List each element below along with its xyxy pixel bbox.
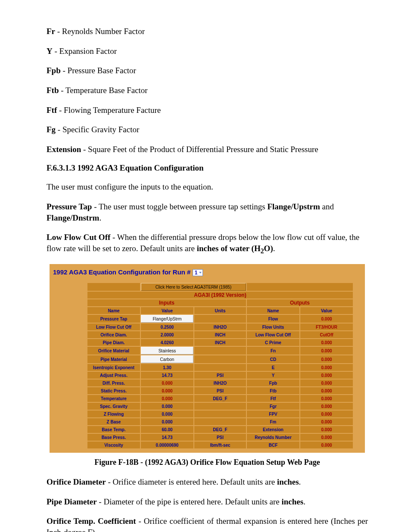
definition-desc: - Orifice diameter is entered here. Defa…	[106, 477, 277, 486]
output-name: Ftb	[247, 387, 299, 394]
output-value: 0.000	[300, 372, 353, 379]
intro-text: The user must configure the inputs to th…	[47, 181, 368, 193]
table-row: Static Press.0.000PSIFtb0.000	[87, 387, 353, 394]
table-row: Isentropic Exponent1.30E0.000	[87, 364, 353, 371]
definition-line: Fg - Specific Gravity Factor	[47, 124, 368, 135]
definition-line: Extension - Square Feet of the Product o…	[47, 144, 368, 155]
table-row: Low Flow Cut Off0.2500INH2OFlow UnitsFT3…	[87, 324, 353, 330]
input-value[interactable]: 0.000	[141, 380, 193, 386]
definition-term: Orifice Diameter	[47, 477, 106, 486]
input-name: Viscosity	[87, 442, 140, 448]
input-value[interactable]: 1.30	[141, 364, 193, 371]
input-value[interactable]: Carbon	[141, 355, 193, 363]
input-value[interactable]: Flange/UpStrm	[141, 315, 193, 323]
definition-term: Ftf	[47, 106, 57, 115]
pressure-tap-para: Pressure Tap - The user must toggle betw…	[47, 201, 368, 223]
input-name: Low Flow Cut Off	[87, 324, 140, 330]
output-name: Fgr	[247, 403, 299, 410]
input-value[interactable]: 0.000	[141, 411, 193, 417]
output-name: CD	[247, 355, 299, 363]
output-value: 0.000	[300, 347, 353, 355]
definition-term: Y	[47, 47, 53, 56]
table-row: Pipe MaterialCarbonCD0.000	[87, 355, 353, 363]
output-value: 0.000	[300, 411, 353, 417]
table-row: Pipe Diam.4.0260INCHC Prime0.000	[87, 339, 353, 346]
input-value[interactable]: 0.00000690	[141, 442, 193, 448]
select-aga3term-button[interactable]: Click Here to Select AGA3TERM (1985)	[141, 283, 246, 291]
input-value[interactable]: 14.73	[141, 434, 193, 441]
table-row: Adjust Press.14.73PSIY0.000	[87, 372, 353, 379]
input-units: INH2O	[194, 380, 246, 386]
output-name: Ftf	[247, 395, 299, 402]
output-value: 0.000	[300, 387, 353, 394]
orifice-temp-para: Orifice Temp. Coefficient - Orifice coef…	[47, 516, 368, 532]
input-value[interactable]: 2.0000	[141, 331, 193, 338]
input-name: Adjust Press.	[87, 372, 140, 379]
input-name: Static Press.	[87, 387, 140, 394]
output-value: 0.000	[300, 426, 353, 433]
definition-line: Ftf - Flowing Temperature Facture	[47, 105, 368, 116]
output-value: 0.000	[300, 442, 353, 448]
definition-line: Ftb - Temperature Base Factor	[47, 85, 368, 96]
input-units: PSI	[194, 387, 246, 394]
config-panel: 1992 AGA3 Equation Configuration for Run…	[50, 264, 365, 453]
input-value[interactable]: 0.000	[141, 395, 193, 402]
input-value[interactable]: 4.0260	[141, 339, 193, 346]
table-row: Base Press.14.73PSIReynolds Number0.000	[87, 434, 353, 441]
input-value[interactable]: 0.000	[141, 387, 193, 394]
input-units	[194, 411, 246, 417]
input-name: Z Flowing	[87, 411, 140, 417]
section-heading: F.6.3.1.3 1992 AGA3 Equation Configurati…	[47, 163, 368, 173]
input-value[interactable]: 0.000	[141, 418, 193, 425]
output-value: 0.000	[300, 380, 353, 386]
definition-line: Fpb - Pressure Base Factor	[47, 65, 368, 76]
input-name: Spec. Gravity	[87, 403, 140, 410]
definition-line: Y - Expansion Factor	[47, 46, 368, 57]
definition-line: Fr - Reynolds Number Factor	[47, 26, 368, 37]
output-name: FPV	[247, 411, 299, 417]
col-out-name: Name	[247, 307, 299, 314]
output-name: E	[247, 364, 299, 371]
input-name: Base Temp.	[87, 426, 140, 433]
output-name: Y	[247, 372, 299, 379]
definition-term: Extension	[47, 145, 81, 154]
definition-line: Orifice Diameter - Orifice diameter is e…	[47, 476, 368, 488]
output-name: Flow Units	[247, 324, 299, 330]
input-value[interactable]: 60.00	[141, 426, 193, 433]
panel-title: 1992 AGA3 Equation Configuration for Run…	[53, 268, 361, 276]
run-number-select[interactable]: 1	[193, 269, 203, 276]
output-name: Fn	[247, 347, 299, 355]
input-name: Orifice Material	[87, 347, 140, 355]
output-value: 0.000	[300, 418, 353, 425]
col-units: Units	[194, 307, 246, 314]
figure-caption: Figure F-18B - (1992 AGA3) Orifice Flow …	[47, 458, 368, 467]
output-name: Low Flow Cut Off	[247, 331, 299, 338]
term-lowflow: Low Flow Cut Off	[47, 233, 110, 242]
output-value: 0.000	[300, 339, 353, 346]
output-value: CutOff	[300, 331, 353, 338]
output-name: C Prime	[247, 339, 299, 346]
output-value: 0.000	[300, 403, 353, 410]
input-units	[194, 347, 246, 355]
definition-desc: - Square Feet of the Product of Differen…	[81, 145, 318, 154]
output-name: BCF	[247, 442, 299, 448]
definition-term: Pipe Diameter	[47, 497, 97, 506]
input-name: Temperature	[87, 395, 140, 402]
output-value: 0.000	[300, 395, 353, 402]
table-row: Spec. Gravity0.000Fgr0.000	[87, 403, 353, 410]
table-row: Z Base0.000Fm0.000	[87, 418, 353, 425]
table-row: Orifice MaterialStainlessFn0.000	[87, 347, 353, 355]
input-units: PSI	[194, 434, 246, 441]
input-value[interactable]: 14.73	[141, 372, 193, 379]
definition-desc: - Pressure Base Factor	[61, 66, 136, 75]
output-value: 0.000	[300, 315, 353, 323]
definition-desc: - Reynolds Number Factor	[55, 27, 145, 36]
input-value[interactable]: Stainless	[141, 347, 193, 355]
outputs-header: Outputs	[247, 299, 353, 306]
output-value: 0.000	[300, 364, 353, 371]
table-row: Pressure TapFlange/UpStrmFlow0.000	[87, 315, 353, 323]
input-value[interactable]: 0.000	[141, 403, 193, 410]
input-value[interactable]: 0.2500	[141, 324, 193, 330]
input-name: Pipe Material	[87, 355, 140, 363]
input-name: Orifice Diam.	[87, 331, 140, 338]
